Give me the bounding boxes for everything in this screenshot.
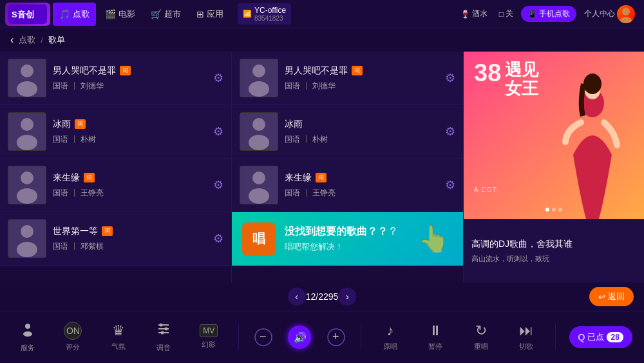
song-item-7[interactable]: 来生缘 词 国语 | 王铮亮 ⚙ bbox=[232, 159, 463, 212]
svg-point-24 bbox=[249, 188, 269, 204]
gear-icon-4[interactable]: ⚙ bbox=[213, 231, 223, 246]
song-info-3: 来生缘 词 国语 | 王铮亮 bbox=[53, 172, 207, 199]
bottom-separator-1 bbox=[238, 324, 239, 350]
song-info-1: 男人哭吧不是罪 词 国语 | 刘德华 bbox=[53, 65, 207, 92]
nav-item-movies[interactable]: 🎬 电影 bbox=[99, 3, 142, 26]
song-item-6[interactable]: 冰雨 国语 | 朴树 ⚙ bbox=[232, 105, 463, 159]
svg-point-18 bbox=[249, 81, 269, 97]
song-item-5[interactable]: 男人哭吧不是罪 词 国语 | 刘德华 ⚙ bbox=[232, 52, 463, 105]
breadcrumb-separator: / bbox=[41, 35, 43, 45]
movie-icon: 🎬 bbox=[105, 9, 116, 19]
bottom-separator-3 bbox=[555, 324, 556, 350]
gear-icon-5[interactable]: ⚙ bbox=[445, 71, 455, 85]
svg-point-29 bbox=[25, 324, 30, 329]
bottom-mv[interactable]: MV 幻影 bbox=[193, 324, 225, 349]
song-item-2[interactable]: 冰雨 词 国语 | 朴树 ⚙ bbox=[0, 105, 231, 159]
song-thumb-3 bbox=[8, 166, 46, 204]
repeat-icon: ↻ bbox=[475, 322, 487, 339]
sound-button[interactable]: 🔊 bbox=[288, 326, 311, 349]
nav-item-apps[interactable]: ⊞ 应用 bbox=[190, 3, 230, 26]
mv-icon: MV bbox=[200, 324, 218, 337]
nav-drinks[interactable]: 🍷 酒水 bbox=[457, 6, 491, 22]
bottom-score[interactable]: ON 评分 bbox=[57, 322, 89, 352]
song-thumb-4 bbox=[8, 219, 46, 258]
song-info-5: 男人哭吧不是罪 词 国语 | 刘德华 bbox=[285, 65, 439, 92]
original-icon: ♪ bbox=[387, 322, 394, 339]
top-nav: S音创 🎵 点歌 🎬 电影 🛒 超市 ⊞ 应用 📶 YC-office 8354… bbox=[0, 0, 644, 28]
svg-text:S音创: S音创 bbox=[12, 10, 34, 19]
song-info-7: 来生缘 词 国语 | 王铮亮 bbox=[285, 172, 439, 199]
already-button[interactable]: Q 已点 28 bbox=[569, 326, 632, 348]
svg-point-30 bbox=[23, 331, 32, 337]
next-page-button[interactable]: › bbox=[338, 288, 356, 306]
nav-mobile-songs[interactable]: 📱 手机点歌 bbox=[521, 6, 576, 22]
song-thumb-1 bbox=[8, 59, 46, 97]
banner-dot-2 bbox=[552, 208, 556, 211]
nav-off[interactable]: □ 关 bbox=[495, 6, 517, 22]
svg-point-34 bbox=[165, 328, 168, 331]
sing-logo: 唱 bbox=[242, 222, 276, 256]
bottom-next[interactable]: ⏭ 切歌 bbox=[510, 322, 542, 351]
return-button[interactable]: ↩ 返回 bbox=[589, 287, 634, 306]
pause-icon: ⏸ bbox=[428, 322, 442, 339]
svg-point-28 bbox=[583, 74, 601, 94]
svg-point-6 bbox=[17, 81, 37, 97]
nav-profile[interactable]: 个人中心 bbox=[580, 3, 639, 26]
song-thumb-2 bbox=[8, 112, 46, 151]
svg-point-32 bbox=[160, 324, 163, 327]
song-item-1[interactable]: 男人哭吧不是罪 词 国语 | 刘德华 ⚙ bbox=[0, 52, 231, 105]
pagination-wrapper: ‹ 12/2295 › ↩ 返回 bbox=[0, 282, 644, 311]
gear-icon-2[interactable]: ⚙ bbox=[213, 124, 223, 139]
bottom-service[interactable]: 服务 bbox=[12, 321, 44, 353]
svg-point-12 bbox=[17, 188, 37, 204]
nav-right: 🍷 酒水 □ 关 📱 手机点歌 个人中心 bbox=[457, 3, 639, 26]
svg-text:🔊: 🔊 bbox=[294, 331, 307, 344]
next-icon: ⏭ bbox=[519, 322, 533, 339]
breadcrumb-back[interactable]: 点歌 bbox=[19, 34, 35, 46]
dj-section: 高调的DJ歌曲，舍我其谁 高山流水，听则以，致玩 bbox=[464, 219, 644, 282]
back-arrow[interactable]: ‹ bbox=[10, 34, 14, 46]
bottom-original[interactable]: ♪ 原唱 bbox=[374, 322, 406, 351]
svg-point-15 bbox=[17, 242, 37, 257]
hand-icon: 👆 bbox=[418, 224, 450, 254]
banner-dot-1 bbox=[545, 208, 549, 211]
off-icon: □ bbox=[499, 10, 504, 19]
bottom-mood[interactable]: ♛ 气氛 bbox=[102, 322, 135, 351]
wifi-icon: 📶 bbox=[243, 10, 252, 18]
nav-item-market[interactable]: 🛒 超市 bbox=[144, 3, 187, 26]
bottom-tune[interactable]: 调音 bbox=[147, 321, 180, 353]
gear-icon-3[interactable]: ⚙ bbox=[213, 178, 223, 192]
sing-banner[interactable]: 唱 没找到想要的歌曲？？？ 唱吧帮您解决！ 👆 bbox=[232, 212, 463, 266]
prev-page-button[interactable]: ‹ bbox=[288, 288, 306, 306]
banner-sub: A·CGT· bbox=[474, 186, 499, 193]
gear-icon-7[interactable]: ⚙ bbox=[445, 178, 455, 192]
vol-down-button[interactable]: − bbox=[252, 326, 275, 349]
already-count: 28 bbox=[607, 332, 623, 342]
gear-icon-1[interactable]: ⚙ bbox=[213, 71, 223, 85]
mood-icon: ♛ bbox=[112, 322, 125, 339]
song-item-4[interactable]: 世界第一等 词 国语 | 邓紫棋 ⚙ bbox=[0, 212, 231, 266]
song-item-3[interactable]: 来生缘 词 国语 | 王铮亮 ⚙ bbox=[0, 159, 231, 212]
svg-point-23 bbox=[252, 172, 265, 184]
gear-icon-6[interactable]: ⚙ bbox=[445, 124, 455, 139]
dj-subtitle: 高山流水，听则以，致玩 bbox=[471, 254, 636, 264]
svg-point-36 bbox=[161, 331, 164, 335]
svg-point-5 bbox=[21, 64, 33, 77]
banner-num: 38 bbox=[474, 59, 501, 87]
song-info-2: 冰雨 词 国语 | 朴树 bbox=[53, 119, 207, 145]
avatar bbox=[617, 5, 635, 23]
svg-point-3 bbox=[620, 17, 632, 23]
svg-point-14 bbox=[21, 225, 33, 238]
queue-icon: Q bbox=[578, 332, 585, 342]
bottom-pause[interactable]: ⏸ 暂停 bbox=[419, 322, 451, 351]
svg-point-8 bbox=[21, 118, 33, 131]
vol-up-button[interactable]: + bbox=[325, 326, 348, 349]
service-icon bbox=[20, 321, 35, 340]
banner-dot-3 bbox=[558, 208, 562, 211]
svg-point-11 bbox=[21, 172, 33, 184]
banner-title: 遇见女王 bbox=[505, 61, 538, 97]
dj-title: 高调的DJ歌曲，舍我其谁 bbox=[471, 239, 636, 250]
bottom-repeat[interactable]: ↻ 重唱 bbox=[465, 322, 497, 351]
banner-area: 38 遇见女王 A·CGT· bbox=[464, 52, 644, 219]
nav-item-songs[interactable]: 🎵 点歌 bbox=[53, 3, 96, 26]
